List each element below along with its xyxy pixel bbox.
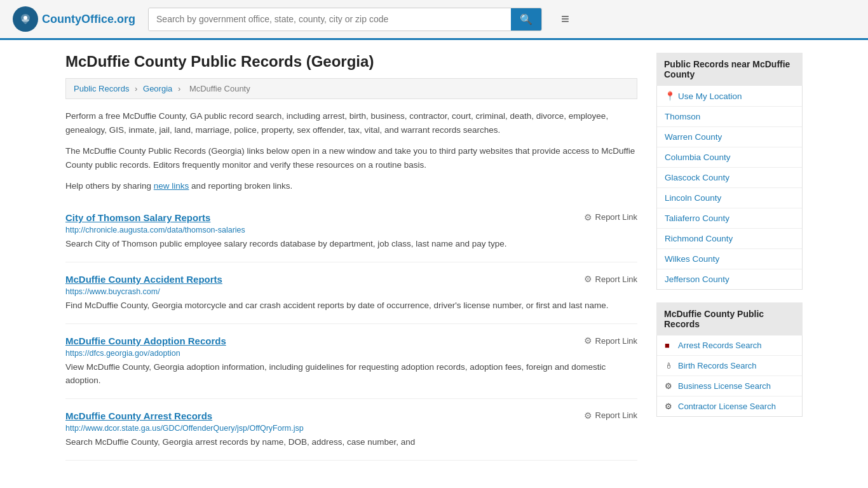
record-title[interactable]: McDuffie County Arrest Records bbox=[65, 410, 212, 421]
sidebar-record-link[interactable]: Contractor License Search bbox=[678, 402, 776, 411]
report-link-button[interactable]: ⚙ Report Link bbox=[584, 410, 637, 421]
report-icon: ⚙ bbox=[584, 212, 592, 222]
sidebar-record-item: 🕯Birth Records Search bbox=[657, 356, 802, 376]
sidebar-record-icon: ⚙ bbox=[665, 402, 674, 411]
record-url[interactable]: http://www.dcor.state.ga.us/GDC/Offender… bbox=[65, 424, 637, 433]
nearby-link[interactable]: Glascock County bbox=[665, 173, 729, 182]
report-link-button[interactable]: ⚙ Report Link bbox=[584, 336, 637, 346]
nearby-list-item: Wilkes County bbox=[657, 249, 802, 269]
report-icon: ⚙ bbox=[584, 274, 592, 284]
nearby-link[interactable]: Richmond County bbox=[665, 234, 733, 243]
record-title[interactable]: McDuffie County Adoption Records bbox=[65, 336, 226, 346]
report-link-button[interactable]: ⚙ Report Link bbox=[584, 274, 637, 284]
nearby-link[interactable]: Warren County bbox=[665, 132, 722, 142]
nearby-list-item: Thomson bbox=[657, 107, 802, 127]
location-icon: 📍 bbox=[665, 92, 675, 101]
breadcrumb-current: McDuffie County bbox=[189, 84, 250, 93]
record-desc: Search McDuffie County, Georgia arrest r… bbox=[65, 436, 637, 449]
nearby-link[interactable]: Columbia County bbox=[665, 152, 731, 162]
sidebar-record-link[interactable]: Arrest Records Search bbox=[678, 341, 762, 350]
main-container: McDuffie County Public Records (Georgia)… bbox=[53, 40, 815, 473]
breadcrumb-georgia[interactable]: Georgia bbox=[143, 84, 172, 93]
record-item: City of Thomson Salary Reports ⚙ Report … bbox=[65, 201, 637, 262]
public-records-section: McDuffie County Public Records ■Arrest R… bbox=[656, 302, 803, 417]
use-my-location-link[interactable]: Use My Location bbox=[678, 92, 742, 101]
new-links-link[interactable]: new links bbox=[154, 181, 189, 191]
record-title[interactable]: McDuffie County Accident Reports bbox=[65, 274, 222, 285]
sidebar-record-link[interactable]: Birth Records Search bbox=[678, 361, 757, 370]
nearby-list-item: Taliaferro County bbox=[657, 208, 802, 229]
record-header: McDuffie County Arrest Records ⚙ Report … bbox=[65, 410, 637, 421]
nearby-heading: Public Records near McDuffie County bbox=[656, 53, 803, 86]
record-item: McDuffie County Adoption Records ⚙ Repor… bbox=[65, 324, 637, 399]
nearby-list-item: Lincoln County bbox=[657, 188, 802, 208]
nearby-list-item: Warren County bbox=[657, 127, 802, 147]
record-url[interactable]: https://www.buycrash.com/ bbox=[65, 287, 637, 296]
record-url[interactable]: https://dfcs.georgia.gov/adoption bbox=[65, 349, 637, 358]
nearby-list-item: Columbia County bbox=[657, 147, 802, 168]
nearby-list-item: Jefferson County bbox=[657, 269, 802, 289]
svg-point-2 bbox=[22, 19, 29, 22]
page-title: McDuffie County Public Records (Georgia) bbox=[65, 53, 637, 71]
record-item: McDuffie County Accident Reports ⚙ Repor… bbox=[65, 262, 637, 324]
breadcrumb: Public Records › Georgia › McDuffie Coun… bbox=[65, 78, 637, 99]
records-sidebar-list: ■Arrest Records Search🕯Birth Records Sea… bbox=[656, 336, 803, 417]
intro-paragraph-2: The McDuffie County Public Records (Geor… bbox=[65, 144, 637, 172]
nearby-link[interactable]: Thomson bbox=[665, 112, 700, 121]
record-header: McDuffie County Accident Reports ⚙ Repor… bbox=[65, 274, 637, 285]
nearby-link[interactable]: Wilkes County bbox=[665, 254, 719, 264]
search-bar: 🔍 bbox=[148, 8, 542, 31]
sidebar-record-link[interactable]: Business License Search bbox=[678, 381, 771, 391]
main-content: McDuffie County Public Records (Georgia)… bbox=[65, 53, 637, 461]
record-header: McDuffie County Adoption Records ⚙ Repor… bbox=[65, 336, 637, 346]
sidebar-record-icon: 🕯 bbox=[665, 361, 674, 370]
nearby-section: Public Records near McDuffie County 📍Use… bbox=[656, 53, 803, 290]
record-desc: View McDuffie County, Georgia adoption i… bbox=[65, 361, 637, 387]
record-header: City of Thomson Salary Reports ⚙ Report … bbox=[65, 212, 637, 223]
record-desc: Find McDuffie County, Georgia motorcycle… bbox=[65, 299, 637, 312]
nearby-link[interactable]: Lincoln County bbox=[665, 193, 721, 203]
search-button[interactable]: 🔍 bbox=[511, 8, 541, 30]
nearby-link[interactable]: Jefferson County bbox=[665, 274, 729, 284]
records-heading: McDuffie County Public Records bbox=[656, 302, 803, 336]
sidebar-record-icon: ⚙ bbox=[665, 381, 674, 391]
record-title[interactable]: City of Thomson Salary Reports bbox=[65, 212, 210, 223]
search-input[interactable] bbox=[149, 8, 511, 30]
logo[interactable]: CountyOffice.org bbox=[13, 6, 135, 32]
sidebar: Public Records near McDuffie County 📍Use… bbox=[656, 53, 803, 461]
intro-paragraph-3: Help others by sharing new links and rep… bbox=[65, 179, 637, 193]
records-list: City of Thomson Salary Reports ⚙ Report … bbox=[65, 201, 637, 461]
report-link-button[interactable]: ⚙ Report Link bbox=[584, 212, 637, 222]
logo-text: CountyOffice.org bbox=[42, 13, 135, 26]
intro-paragraph-1: Perform a free McDuffie County, GA publi… bbox=[65, 109, 637, 137]
nearby-list-item: Richmond County bbox=[657, 229, 802, 249]
site-header: CountyOffice.org 🔍 ≡ bbox=[0, 0, 868, 40]
nearby-list-item: Glascock County bbox=[657, 168, 802, 188]
breadcrumb-public-records[interactable]: Public Records bbox=[74, 84, 129, 93]
nearby-list: 📍Use My LocationThomsonWarren CountyColu… bbox=[656, 86, 803, 290]
logo-icon bbox=[13, 6, 38, 32]
nearby-link[interactable]: Taliaferro County bbox=[665, 214, 729, 223]
sidebar-record-item: ■Arrest Records Search bbox=[657, 336, 802, 356]
sidebar-record-item: ⚙Contractor License Search bbox=[657, 396, 802, 416]
report-icon: ⚙ bbox=[584, 336, 592, 346]
sidebar-record-item: ⚙Business License Search bbox=[657, 376, 802, 396]
record-item: McDuffie County Arrest Records ⚙ Report … bbox=[65, 399, 637, 461]
sidebar-record-icon: ■ bbox=[665, 341, 674, 350]
report-icon: ⚙ bbox=[584, 410, 592, 421]
nearby-list-item: 📍Use My Location bbox=[657, 86, 802, 107]
record-url[interactable]: http://chronicle.augusta.com/data/thomso… bbox=[65, 226, 637, 234]
hamburger-menu[interactable]: ≡ bbox=[561, 11, 569, 27]
record-desc: Search City of Thomson public employee s… bbox=[65, 238, 637, 250]
